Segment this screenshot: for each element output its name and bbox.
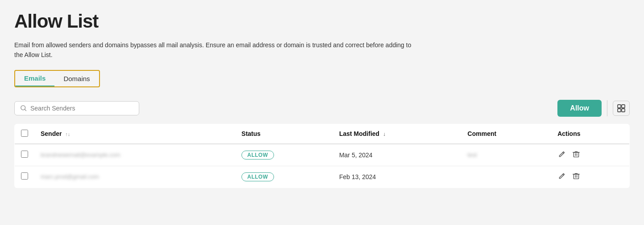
row-last-modified: Mar 5, 2024 bbox=[333, 144, 461, 166]
select-all-checkbox[interactable] bbox=[21, 130, 28, 137]
status-badge: ALLOW bbox=[241, 151, 274, 160]
row-checkbox-cell bbox=[15, 166, 35, 188]
row-status: ALLOW bbox=[235, 166, 333, 188]
allow-button[interactable]: Allow bbox=[557, 100, 602, 117]
tab-emails[interactable]: Emails bbox=[15, 71, 54, 86]
th-status: Status bbox=[235, 124, 333, 144]
th-comment: Comment bbox=[461, 124, 552, 144]
toolbar-divider bbox=[607, 100, 607, 116]
description-text: Email from allowed senders and domains b… bbox=[14, 40, 416, 60]
row-actions bbox=[551, 144, 629, 166]
svg-rect-2 bbox=[618, 105, 621, 108]
table-row: brandnewemail@example.comALLOWMar 5, 202… bbox=[15, 144, 630, 166]
table-header-row: Sender ↑↓ Status Last Modified ↓ Comment… bbox=[15, 124, 630, 144]
svg-rect-3 bbox=[622, 105, 625, 108]
edit-icon bbox=[558, 151, 565, 158]
th-actions: Actions bbox=[551, 124, 629, 144]
svg-rect-7 bbox=[574, 174, 579, 179]
search-wrapper bbox=[14, 101, 139, 115]
row-status: ALLOW bbox=[235, 144, 333, 166]
svg-rect-5 bbox=[622, 109, 625, 112]
svg-line-1 bbox=[25, 110, 26, 111]
row-sender: brandnewemail@example.com bbox=[34, 144, 235, 166]
row-checkbox-cell bbox=[15, 144, 35, 166]
page-title: Allow List bbox=[14, 11, 630, 32]
th-sender: Sender ↑↓ bbox=[34, 124, 235, 144]
toolbar: Allow bbox=[14, 100, 630, 117]
delete-icon bbox=[573, 172, 580, 180]
last-modified-sort-icon[interactable]: ↓ bbox=[383, 131, 386, 137]
row-last-modified: Feb 13, 2024 bbox=[333, 166, 461, 188]
delete-button-0[interactable] bbox=[572, 150, 581, 160]
svg-rect-4 bbox=[618, 109, 621, 112]
search-input[interactable] bbox=[30, 105, 133, 112]
row-sender: marc.prod@gmail.com bbox=[34, 166, 235, 188]
grid-view-button[interactable] bbox=[613, 101, 630, 116]
grid-icon bbox=[617, 104, 626, 113]
search-icon bbox=[20, 105, 27, 111]
toolbar-right: Allow bbox=[557, 100, 630, 117]
row-comment: test bbox=[461, 144, 552, 166]
edit-icon bbox=[558, 172, 565, 180]
svg-rect-6 bbox=[574, 152, 579, 157]
tabs-container: Emails Domains bbox=[14, 70, 100, 87]
row-checkbox-1[interactable] bbox=[21, 172, 28, 180]
table-row: marc.prod@gmail.comALLOWFeb 13, 2024 bbox=[15, 166, 630, 188]
sender-sort-icon[interactable]: ↑↓ bbox=[65, 131, 70, 137]
row-actions bbox=[551, 166, 629, 188]
status-badge: ALLOW bbox=[241, 172, 274, 181]
delete-button-1[interactable] bbox=[572, 172, 581, 182]
th-last-modified: Last Modified ↓ bbox=[333, 124, 461, 144]
row-comment bbox=[461, 166, 552, 188]
tab-domains[interactable]: Domains bbox=[54, 71, 99, 86]
edit-button-1[interactable] bbox=[557, 172, 566, 182]
delete-icon bbox=[573, 151, 580, 158]
senders-table: Sender ↑↓ Status Last Modified ↓ Comment… bbox=[14, 124, 630, 188]
edit-button-0[interactable] bbox=[557, 150, 566, 160]
th-checkbox bbox=[15, 124, 35, 144]
row-checkbox-0[interactable] bbox=[21, 151, 28, 158]
